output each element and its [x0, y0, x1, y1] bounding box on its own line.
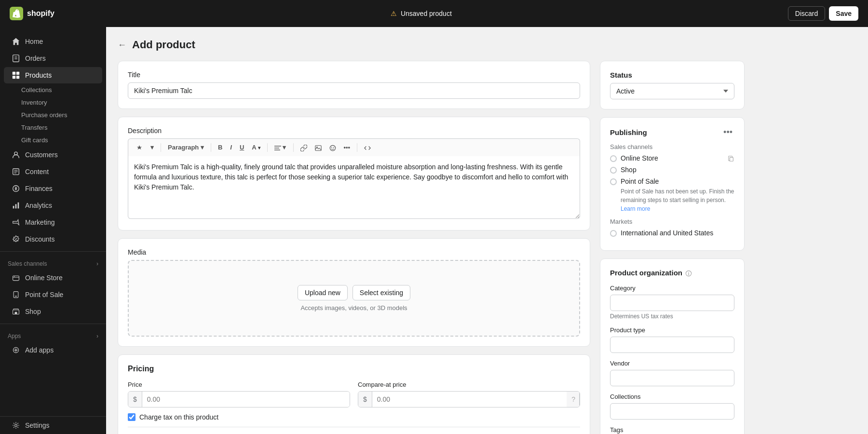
toolbar-magic-btn[interactable]	[133, 142, 146, 153]
sidebar: Home Orders Products Collections Invento…	[0, 27, 106, 434]
svg-rect-14	[15, 204, 17, 208]
svg-rect-0	[13, 55, 19, 62]
vendor-input[interactable]	[610, 370, 734, 386]
toolbar-text-color[interactable]: A ▾	[249, 142, 263, 153]
learn-more-link[interactable]: Learn more	[621, 205, 650, 212]
sidebar-item-orders-label: Orders	[25, 54, 46, 62]
product-type-input[interactable]	[610, 337, 734, 353]
channel-shop: Shop	[610, 166, 734, 174]
toolbar-more[interactable]: •••	[341, 142, 353, 153]
price-label: Price	[128, 381, 350, 388]
sidebar-item-point-of-sale[interactable]: Point of Sale	[4, 286, 102, 303]
settings-icon	[12, 421, 20, 430]
description-textarea[interactable]: Kiki's Premium Talc is a high-quality, f…	[128, 156, 580, 219]
sidebar-item-add-apps[interactable]: Add apps	[4, 342, 102, 358]
svg-point-34	[330, 145, 335, 150]
compare-price-help[interactable]: ?	[567, 392, 580, 407]
toolbar-paragraph[interactable]: Paragraph ▾	[165, 142, 207, 153]
sidebar-item-orders[interactable]: Orders	[4, 50, 102, 67]
sidebar-item-products[interactable]: Products	[4, 67, 102, 83]
compare-price-input-wrap: $ ?	[358, 391, 580, 407]
media-card: Media Upload new Select existing Accepts…	[118, 238, 590, 347]
svg-rect-24	[15, 312, 17, 314]
price-currency: $	[128, 392, 142, 407]
sales-channels-expand[interactable]: ›	[96, 260, 98, 267]
unsaved-label: Unsaved product	[401, 10, 452, 17]
collections-input[interactable]	[610, 403, 734, 420]
toolbar-sep-3	[267, 143, 268, 152]
home-icon	[12, 37, 20, 46]
description-card: Description ▾ Paragraph ▾ B I	[118, 117, 590, 231]
unsaved-notice: ⚠ Unsaved product	[391, 10, 452, 17]
logo[interactable]: shopify	[10, 7, 54, 20]
tags-label: Tags	[610, 426, 734, 434]
sidebar-item-home[interactable]: Home	[4, 33, 102, 50]
sidebar-item-finances[interactable]: Finances	[4, 180, 102, 197]
svg-rect-6	[16, 76, 19, 79]
svg-rect-37	[730, 158, 733, 162]
page-header: ← Add product	[118, 39, 856, 51]
topnav-actions: Discard Save	[788, 6, 858, 21]
upload-new-button[interactable]: Upload new	[298, 285, 348, 300]
toolbar-image[interactable]	[312, 142, 325, 153]
sidebar-section-sales-channels: Sales channels ›	[0, 256, 106, 269]
svg-point-17	[14, 238, 15, 239]
sidebar-item-content-label: Content	[25, 168, 49, 176]
status-select[interactable]: ActiveDraft	[610, 83, 734, 99]
toolbar-bold[interactable]: B	[215, 142, 225, 153]
sidebar-item-discounts[interactable]: Discounts	[4, 231, 102, 247]
toolbar-italic[interactable]: I	[227, 142, 235, 153]
sidebar-item-content[interactable]: Content	[4, 163, 102, 180]
sales-channels-section-label: Sales channels	[610, 143, 734, 150]
charge-tax-checkbox[interactable]	[128, 413, 136, 421]
sidebar-item-purchase-orders[interactable]: Purchase orders	[21, 109, 102, 121]
customers-icon	[12, 150, 20, 159]
channel-dot-pos	[610, 178, 617, 185]
sidebar-item-gift-cards[interactable]: Gift cards	[21, 134, 102, 146]
org-info-icon[interactable]	[685, 269, 692, 277]
toolbar-underline[interactable]: U	[237, 142, 247, 153]
pricing-label: Pricing	[128, 365, 580, 373]
collections-label: Collections	[610, 393, 734, 400]
select-existing-button[interactable]: Select existing	[353, 285, 410, 300]
apps-expand[interactable]: ›	[96, 333, 98, 339]
sidebar-item-marketing[interactable]: Marketing	[4, 214, 102, 231]
price-input[interactable]	[142, 392, 350, 407]
svg-rect-32	[315, 145, 321, 150]
discard-button[interactable]: Discard	[788, 6, 825, 21]
sidebar-item-shop[interactable]: Shop	[4, 303, 102, 320]
sidebar-item-online-store[interactable]: Online Store	[4, 270, 102, 286]
toolbar-align[interactable]: ▾	[271, 142, 289, 153]
compare-price-input[interactable]	[372, 392, 567, 407]
vendor-field: Vendor	[610, 360, 734, 386]
save-button[interactable]: Save	[829, 6, 858, 21]
shop-icon	[12, 307, 20, 316]
title-input[interactable]	[128, 82, 580, 99]
warn-icon: ⚠	[391, 10, 397, 17]
sidebar-item-collections[interactable]: Collections	[21, 84, 102, 96]
product-org-card: Product organization Category Determines…	[600, 258, 745, 434]
sidebar-item-inventory[interactable]: Inventory	[21, 96, 102, 108]
media-dropzone[interactable]: Upload new Select existing Accepts image…	[128, 260, 580, 337]
toolbar-link[interactable]	[298, 142, 310, 153]
channel-copy-icon[interactable]	[728, 154, 734, 162]
markets-label: Markets	[610, 218, 734, 225]
toolbar-code[interactable]	[361, 142, 374, 153]
toolbar-sep-2	[211, 143, 211, 152]
sidebar-item-settings-label: Settings	[25, 421, 50, 429]
sidebar-item-transfers[interactable]: Transfers	[21, 122, 102, 134]
toolbar-magic-dropdown[interactable]: ▾	[148, 142, 157, 153]
sidebar-item-shop-label: Shop	[25, 308, 41, 315]
charge-tax-label[interactable]: Charge tax on this product	[139, 413, 218, 421]
sidebar-item-customers[interactable]: Customers	[4, 147, 102, 163]
product-type-field: Product type	[610, 326, 734, 353]
sidebar-item-finances-label: Finances	[25, 185, 53, 192]
publishing-more-btn[interactable]: •••	[721, 127, 734, 137]
toolbar-sep-5	[357, 143, 357, 152]
sidebar-item-analytics[interactable]: Analytics	[4, 197, 102, 214]
svg-rect-3	[13, 72, 15, 75]
sidebar-item-settings[interactable]: Settings	[4, 417, 102, 434]
category-input[interactable]	[610, 295, 734, 311]
toolbar-emoji[interactable]	[326, 142, 339, 153]
back-button[interactable]: ←	[118, 40, 126, 50]
